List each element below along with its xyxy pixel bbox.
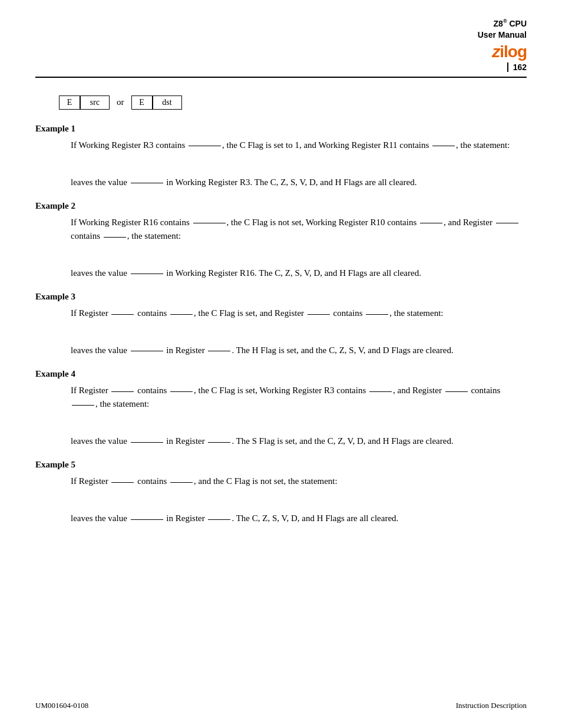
example-4-text: If Register contains , the C Flag is set…: [71, 384, 527, 411]
example-3-title: Example 3: [35, 292, 527, 302]
example-4-body: If Register contains , the C Flag is set…: [71, 384, 527, 448]
document-title: Z8® CPUUser Manual: [478, 18, 527, 41]
example-3-text: If Register contains , the C Flag is set…: [71, 307, 527, 320]
example-1-title: Example 1: [35, 124, 527, 134]
example-1-text: If Working Register R3 contains , the C …: [71, 139, 527, 152]
example-2-section: Example 2 If Working Register R16 contai…: [35, 201, 527, 280]
footer-section-title: Instruction Description: [456, 701, 527, 710]
page-footer: UM001604-0108 Instruction Description: [35, 701, 527, 710]
example-4-code: [71, 417, 527, 429]
example-2-result: leaves the value in Working Register R16…: [71, 266, 527, 280]
example-3-result: leaves the value in Register . The H Fla…: [71, 344, 527, 357]
zilog-logo: zilog: [492, 42, 527, 61]
page-container: Z8® CPUUser Manual zilog 162 E src or E …: [0, 0, 562, 728]
diagram-area: E src or E dst: [59, 95, 527, 110]
page-header: Z8® CPUUser Manual zilog 162: [35, 18, 527, 78]
example-4-result: leaves the value in Register . The S Fla…: [71, 434, 527, 448]
example-5-title: Example 5: [35, 460, 527, 470]
example-1-section: Example 1 If Working Register R3 contain…: [35, 124, 527, 189]
example-5-code: [71, 495, 527, 506]
example-4-title: Example 4: [35, 369, 527, 379]
example-5-result: leaves the value in Register . The C, Z,…: [71, 512, 527, 525]
diagram-boxes: E src or E dst: [59, 95, 527, 110]
example-1-code: [71, 158, 527, 170]
footer-doc-number: UM001604-0108: [35, 701, 88, 710]
example-5-section: Example 5 If Register contains , and the…: [35, 460, 527, 525]
example-1-result: leaves the value in Working Register R3.…: [71, 176, 527, 189]
box-src: src: [80, 95, 110, 110]
page-number-row: 162: [507, 62, 527, 72]
example-2-code: [71, 249, 527, 261]
example-3-body: If Register contains , the C Flag is set…: [71, 307, 527, 357]
example-3-code: [71, 326, 527, 338]
page-number: 162: [507, 62, 527, 72]
header-right: Z8® CPUUser Manual zilog 162: [478, 18, 527, 72]
example-2-body: If Working Register R16 contains , the C…: [71, 216, 527, 280]
box-e-2: E: [131, 95, 153, 110]
or-label: or: [117, 97, 124, 107]
example-3-section: Example 3 If Register contains , the C F…: [35, 292, 527, 357]
example-2-title: Example 2: [35, 201, 527, 211]
example-4-section: Example 4 If Register contains , the C F…: [35, 369, 527, 448]
box-dst: dst: [153, 95, 182, 110]
example-2-text: If Working Register R16 contains , the C…: [71, 216, 527, 243]
box-e-1: E: [59, 95, 80, 110]
example-5-body: If Register contains , and the C Flag is…: [71, 475, 527, 525]
example-5-text: If Register contains , and the C Flag is…: [71, 475, 527, 488]
example-1-body: If Working Register R3 contains , the C …: [71, 139, 527, 189]
